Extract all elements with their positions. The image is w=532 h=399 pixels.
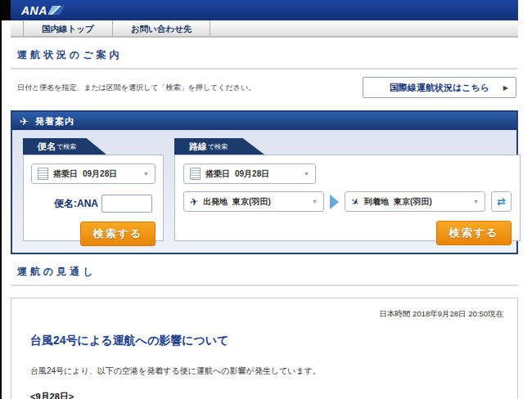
route-direction-arrow-icon — [330, 195, 339, 209]
nav-tab-domestic-top[interactable]: 国内線トップ — [23, 20, 113, 36]
ana-logo-text: ANA — [21, 4, 47, 17]
section-title-outlook: 運航の見通し — [11, 265, 518, 286]
boarding-date-label: 搭乗日 — [53, 168, 78, 180]
panel-title: 発着案内 — [35, 115, 74, 128]
boarding-date-value: 09月28日 — [83, 168, 117, 180]
arrival-label: 到着地 — [364, 196, 389, 208]
chevron-down-icon: ▼ — [312, 199, 318, 204]
plane-takeoff-icon: ✈ — [189, 196, 199, 208]
route-selection-row: ✈ 出発地 東京(羽田) ▼ ✈ 到着地 東京(羽田) ▼ ⇄ — [183, 191, 512, 212]
flight-number-input[interactable] — [101, 195, 152, 213]
flight-search-button-row: 検索する — [31, 222, 156, 246]
arrival-value: 東京(羽田) — [394, 196, 432, 208]
flight-number-search-card: 便名 で検索 搭乗日 09月28日 ▼ 便名:ANA 検索する — [23, 138, 164, 241]
route-search-button[interactable]: 検索する — [436, 221, 512, 245]
departure-airport-dropdown[interactable]: ✈ 出発地 東京(羽田) ▼ — [183, 191, 324, 212]
boarding-date-value: 09月28日 — [235, 168, 269, 180]
tab-search-by-route[interactable]: 路線 で検索 — [174, 138, 264, 155]
boarding-date-label: 搭乗日 — [205, 168, 230, 180]
panel-body: 便名 で検索 搭乗日 09月28日 ▼ 便名:ANA 検索する — [12, 130, 516, 253]
instruction-text: 日付と便名を指定、または区間を選択して「検索」を押してください。 — [17, 83, 255, 93]
tab-route-main-label: 路線 — [189, 141, 207, 153]
arrival-airport-dropdown[interactable]: ✈ 到着地 東京(羽田) ▼ — [345, 191, 485, 212]
tab-route-sub-label: で検索 — [208, 142, 228, 151]
departure-arrival-panel: ✈ 発着案内 便名 で検索 搭乗日 09月28日 ▼ 便 — [11, 110, 518, 254]
tab-search-by-flight[interactable]: 便名 で検索 — [23, 138, 106, 155]
international-status-button[interactable]: 国際線運航状況はこちら ▶ — [363, 77, 516, 98]
instruction-row: 日付と便名を指定、または区間を選択して「検索」を押してください。 国際線運航状況… — [11, 69, 518, 108]
top-header-bar: ANA — [11, 0, 518, 20]
section-title-flight-status: 運航状況のご案内 — [11, 48, 518, 69]
notice-entry: <9月28日> 沖縄那覇・宮古・石垣 各空港を午後発着する便は、全便欠航していま… — [30, 391, 503, 399]
route-search-form: 搭乗日 09月28日 ▼ ✈ 出発地 東京(羽田) ▼ ✈ — [174, 155, 521, 241]
chevron-down-icon: ▼ — [473, 199, 479, 204]
right-arrow-icon: ▶ — [503, 84, 508, 92]
flight-number-row: 便名:ANA — [31, 195, 156, 213]
panel-header: ✈ 発着案内 — [12, 112, 516, 130]
chevron-down-icon: ▼ — [143, 171, 149, 177]
ana-logo[interactable]: ANA — [21, 4, 62, 17]
flight-search-form: 搭乗日 09月28日 ▼ 便名:ANA 検索する — [23, 155, 164, 241]
window-left-border — [0, 0, 2, 399]
route-search-card: 路線 で検索 搭乗日 09月28日 ▼ ✈ 出発地 東京(羽田) — [174, 138, 521, 241]
tab-flight-main-label: 便名 — [38, 141, 56, 153]
notice-intro-text: 台風24号により、以下の空港を発着する便に運航への影響が発生しています。 — [30, 365, 503, 377]
departure-label: 出発地 — [203, 196, 228, 208]
route-search-button-row: 検索する — [183, 221, 512, 245]
international-status-label: 国際線運航状況はこちら — [390, 82, 489, 94]
notice-title: 台風24号による運航への影響について — [30, 334, 503, 348]
timestamp-text: 日本時間 2018年9月28日 20:50現在 — [25, 309, 503, 320]
departure-value: 東京(羽田) — [232, 196, 271, 208]
calendar-document-icon — [38, 168, 48, 180]
ana-logo-mark-icon — [47, 6, 65, 15]
plane-landing-icon: ✈ — [349, 195, 361, 208]
nav-tab-contact[interactable]: お問い合わせ先 — [113, 20, 210, 36]
boarding-date-dropdown-route[interactable]: 搭乗日 09月28日 ▼ — [183, 164, 316, 184]
flight-search-button[interactable]: 検索する — [80, 222, 156, 246]
airplane-icon: ✈ — [20, 116, 29, 127]
typhoon-notice-box: 日本時間 2018年9月28日 20:50現在 台風24号による運航への影響につ… — [11, 298, 518, 399]
entry-date: <9月28日> — [30, 391, 503, 399]
flight-number-label: 便名:ANA — [54, 197, 98, 211]
chevron-down-icon: ▼ — [304, 171, 309, 177]
calendar-document-icon — [190, 168, 201, 180]
boarding-date-dropdown-flight[interactable]: 搭乗日 09月28日 ▼ — [31, 164, 156, 184]
nav-tab-bar: 国内線トップ お問い合わせ先 — [11, 20, 518, 38]
swap-airports-button[interactable]: ⇄ — [491, 191, 512, 212]
page-container: ANA 国内線トップ お問い合わせ先 運航状況のご案内 日付と便名を指定、または… — [11, 0, 518, 399]
tab-flight-sub-label: で検索 — [56, 142, 76, 151]
